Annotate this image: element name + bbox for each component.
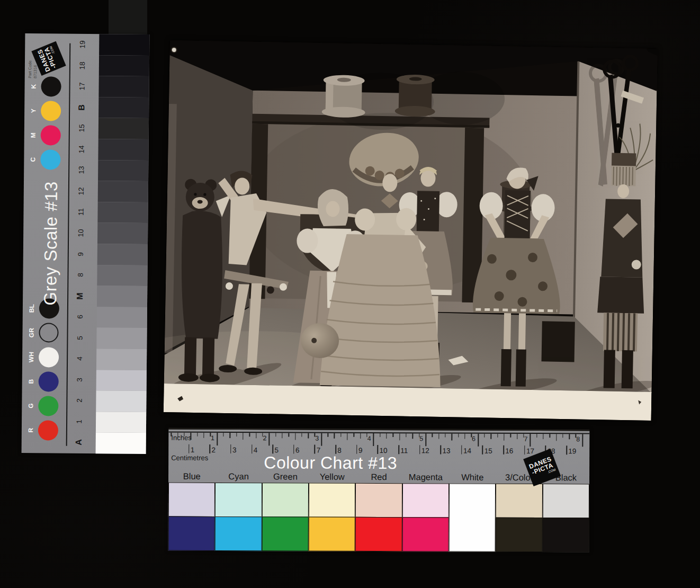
patch-vivid: [402, 517, 449, 551]
inch-ruler-tick: [236, 433, 237, 436]
patch-vivid: [309, 517, 356, 551]
cm-number: 16: [505, 447, 513, 455]
grey-wedge-step: [97, 265, 147, 286]
cm-ruler-tick: [252, 444, 253, 453]
grey-scale-step-label: 10: [70, 222, 91, 244]
inch-ruler-tick: [321, 433, 322, 446]
grey-wedge-step: [98, 76, 149, 97]
light-thread-spool: [322, 75, 366, 118]
inch-ruler-tick: [268, 433, 270, 446]
grey-scale-step-label: B: [71, 96, 92, 118]
cm-ruler-tick: [189, 444, 190, 453]
dark-thread-spool: [395, 74, 436, 117]
copy-board-background: Part Code 871316 DANES -PICTA .COM KYMCB…: [0, 0, 700, 588]
inch-ruler-tick: [354, 433, 354, 437]
color-column-labels: BlueCyanGreenYellowRedMagentaWhite3/Colo…: [168, 471, 589, 484]
inch-ruler-tick: [295, 433, 295, 440]
inch-ruler-tick: [217, 433, 218, 446]
grey-scale-step-label: 6: [70, 306, 90, 327]
grey-scale-step-label: 1: [69, 411, 89, 432]
color-column-label: Green: [262, 471, 309, 482]
grey-wedge-step: [96, 349, 147, 370]
grey-wedge-step: [99, 34, 149, 55]
patch-pastel: [355, 483, 402, 518]
inch-ruler-tick: [334, 433, 335, 439]
inch-ruler-tick: [530, 434, 531, 447]
inch-ruler-tick: [184, 433, 184, 436]
inch-number: 3: [306, 435, 319, 442]
patch-pastel: [402, 483, 449, 518]
inch-ruler-tick: [191, 433, 191, 440]
cm-ruler-tick: [209, 444, 210, 453]
cm-ruler-tick: [230, 444, 231, 453]
grey-scale-step-label: 14: [71, 139, 91, 160]
inch-ruler-tick: [340, 433, 341, 437]
grey-wedge-step: [97, 307, 147, 328]
inch-ruler-tick: [243, 433, 243, 440]
inch-number: 2: [254, 434, 267, 442]
inch-ruler-tick: [582, 434, 583, 447]
grey-scale-step-label: 8: [70, 264, 90, 286]
grey-scale-step-label: A: [69, 432, 89, 453]
grey-scale-step-label: 13: [71, 159, 91, 181]
inch-ruler-tick: [556, 434, 557, 441]
grey-wedge-step: [97, 244, 148, 265]
color-dot-b: [39, 371, 59, 391]
grey-wedge-step: [98, 97, 149, 118]
color-dot-m: [41, 125, 61, 145]
cm-ruler-tick: [293, 444, 294, 453]
inch-number: 8: [567, 435, 580, 443]
inch-ruler-tick: [432, 433, 433, 437]
grey-scale-step-label: 3: [69, 369, 89, 390]
patch-vivid: [496, 518, 543, 552]
grey-scale-card: Part Code 871316 DANES -PICTA .COM KYMCB…: [22, 33, 150, 454]
color-patches: [168, 483, 589, 553]
color-dot-gr: [39, 323, 58, 342]
inch-number: 1: [202, 434, 214, 442]
cm-ruler-tick: [356, 445, 357, 454]
inch-ruler-tick: [504, 434, 504, 441]
inch-ruler-tick: [550, 434, 550, 438]
color-dot-k: [41, 76, 61, 96]
inch-ruler-tick: [452, 433, 452, 440]
grey-scale-step-label: 9: [70, 243, 91, 264]
color-column-label: Blue: [168, 471, 215, 482]
inch-ruler-tick: [425, 433, 426, 446]
grey-wedge-step: [96, 432, 146, 453]
inch-ruler-tick: [562, 434, 563, 438]
inch-ruler-tick: [380, 433, 380, 437]
patch-vivid: [542, 518, 589, 552]
inch-ruler-tick: [373, 433, 374, 446]
grey-wedge-step: [96, 412, 146, 433]
grey-wedge-step: [97, 202, 148, 223]
inch-ruler-tick: [282, 433, 282, 438]
floor-box-prop: [542, 321, 575, 362]
inch-number: 4: [358, 435, 371, 442]
scan-edge-band: [109, 0, 147, 37]
grey-wedge-step: [96, 390, 146, 412]
patch-pastel: [496, 484, 543, 518]
grey-scale-step-label: M: [70, 285, 90, 306]
grey-scale-step-label: 17: [71, 76, 92, 97]
ruler-baseline: [168, 432, 589, 434]
grey-scale-title: Grey Scale #13: [40, 163, 65, 323]
inch-ruler-tick: [458, 434, 459, 438]
grey-scale-step-label: 12: [71, 181, 91, 202]
inch-ruler-tick: [406, 433, 406, 437]
cm-ruler-tick: [272, 444, 273, 453]
grey-wedge-step: [97, 286, 147, 307]
patch-vivid: [215, 516, 262, 551]
cm-ruler-tick: [398, 445, 399, 454]
inch-ruler-tick: [543, 434, 543, 439]
inch-ruler-tick: [171, 433, 172, 436]
cm-ruler-tick: [566, 446, 567, 455]
inch-ruler-tick: [393, 433, 393, 437]
color-dot-y: [41, 101, 61, 121]
inch-ruler-tick: [445, 433, 445, 437]
grey-scale-step-label: 18: [72, 55, 92, 76]
grey-scale-step-label: 5: [69, 327, 89, 348]
inch-ruler-tick: [347, 433, 347, 440]
cm-ruler-tick: [335, 445, 336, 454]
grey-scale-step-label: 19: [72, 34, 92, 55]
inch-ruler-tick: [223, 433, 223, 436]
